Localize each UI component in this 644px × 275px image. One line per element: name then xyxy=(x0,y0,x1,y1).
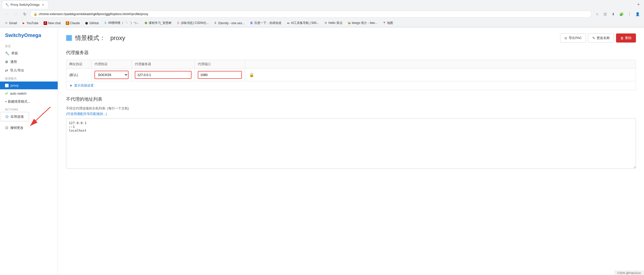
bookmark-claude[interactable]: A Claude xyxy=(64,20,82,26)
sidebar-item-general[interactable]: ⚙ 通用 xyxy=(0,58,58,66)
sidebar-general-label: 通用 xyxy=(10,60,17,64)
revert-changes-label: 撤销更改 xyxy=(10,126,23,130)
apply-options-button[interactable]: ⊙ 应用选项 xyxy=(0,112,29,121)
baidu-favicon: 百 xyxy=(250,21,253,25)
status-text: CSDN @Pelp31sm xyxy=(617,271,641,274)
col-header-proxy-port: 代理端口 xyxy=(195,60,245,68)
new-tab-button[interactable]: + xyxy=(635,1,642,8)
beego-favicon: 🐝 xyxy=(347,21,351,25)
bookmark-map[interactable]: 📍 地图 xyxy=(380,20,395,26)
delete-button[interactable]: 🗑 删除 xyxy=(616,33,636,43)
bookmark-gmail[interactable]: ✉ Gmail xyxy=(3,20,19,26)
address-bar[interactable]: 🔒 chrome-extension://padekgcemlokbadohgk… xyxy=(30,11,592,18)
rename-icon: ✎ xyxy=(592,36,595,40)
bookmark-zhihuishu[interactable]: 🌳 课程学习_智慧树 xyxy=(142,20,174,26)
lock-button[interactable]: 🔒 xyxy=(248,71,255,78)
tab-close-button[interactable]: × xyxy=(41,3,45,7)
bookmark-claude-label: Claude xyxy=(70,21,80,25)
bookmark-beego-label: beego 简介 - bee... xyxy=(352,21,377,25)
active-tab[interactable]: 🔧 Proxy SwitchyOmega × xyxy=(2,1,48,9)
bookmark-new-chat-label: New chat xyxy=(48,21,61,25)
rename-button[interactable]: ✎ 更改名称 xyxy=(588,33,614,43)
download-button[interactable]: ⬇ xyxy=(610,11,617,18)
bookmark-bar: ✉ Gmail ▶ YouTube A New chat A Claude ⬤ … xyxy=(0,19,644,27)
bookmark-csdn[interactable]: C (8条消息) CSDN社... xyxy=(175,20,211,26)
bookmark-hello-algo[interactable]: H Hello 算法 xyxy=(322,20,344,26)
sidebar-item-proxy[interactable]: proxy xyxy=(0,82,58,89)
nav-actions: ☆ ⊡ ⬇ 🧩 ⋮ 👤 xyxy=(594,11,641,18)
profile-mode-section-label: 情景模式 xyxy=(0,75,58,82)
bookmark-bilibili[interactable]: B 哔哩哔哩（゜-゜）つ... xyxy=(102,20,141,26)
bookmark-bilibili-label: 哔哩哔哩（゜-゜）つ... xyxy=(108,21,139,25)
sidebar-item-import-export[interactable]: ⇄ 导入/导出 xyxy=(0,66,58,75)
sidebar-item-auto-switch[interactable]: ⇄ auto switch xyxy=(0,89,58,97)
chevron-down-icon: ▼ xyxy=(69,84,73,88)
proxy-port-input[interactable] xyxy=(198,71,242,79)
actions-wrapper: ⊙ 应用选项 xyxy=(0,112,58,121)
settings-section-label: 设定 xyxy=(0,42,58,49)
show-advanced-row: ▼ 显示高级设置 xyxy=(66,81,636,90)
secure-icon: 🔒 xyxy=(34,12,37,16)
bypass-textarea[interactable]: 127.0.0.1 ::1 localhost xyxy=(66,118,636,169)
page-title-name: proxy xyxy=(110,34,125,41)
tab-search-button[interactable]: ⊡ xyxy=(602,11,609,18)
col-header-actions xyxy=(245,60,255,68)
export-pac-button[interactable]: ⊙ 导出PAC xyxy=(560,33,586,43)
profile-button[interactable]: 👤 xyxy=(634,11,641,18)
export-pac-icon: ⊙ xyxy=(564,36,567,40)
bookmark-ai-tools[interactable]: AI AI工具集导航 | 500... xyxy=(284,20,321,26)
bookmark-github-label: GitHub xyxy=(89,21,99,25)
import-export-icon: ⇄ xyxy=(5,68,8,72)
new-chat-favicon: A xyxy=(44,21,47,25)
zhihuishu-favicon: 🌳 xyxy=(144,21,148,25)
bypass-rules-link[interactable]: (可使用通配符等匹配规则...) xyxy=(66,112,107,116)
forward-button[interactable]: → xyxy=(12,11,19,18)
bookmark-beego[interactable]: 🐝 beego 简介 - bee... xyxy=(345,20,379,26)
bookmark-map-label: 地图 xyxy=(387,21,393,25)
bookmark-youtube[interactable]: ▶ YouTube xyxy=(20,20,40,26)
back-button[interactable]: ← xyxy=(3,11,10,18)
bookmark-hello-algo-label: Hello 算法 xyxy=(329,21,342,25)
refresh-button[interactable]: ↻ xyxy=(21,11,28,18)
col-header-protocol: 网址协议 xyxy=(66,60,91,68)
nav-bar: ← → ↻ 🔒 chrome-extension://padekgcemlokb… xyxy=(0,9,644,19)
menu-button[interactable]: ⋮ xyxy=(626,11,633,18)
show-advanced-link[interactable]: ▼ 显示高级设置 xyxy=(66,81,636,90)
bypass-section-title: 不代理的地址列表 xyxy=(66,96,636,102)
bookmark-new-chat[interactable]: A New chat xyxy=(42,20,63,26)
bookmark-ai-tools-label: AI工具集导航 | 500... xyxy=(291,21,319,25)
claude-favicon: A xyxy=(66,21,69,25)
proxy-lock-cell: 🔒 xyxy=(245,69,255,80)
show-advanced-label: 显示高级设置 xyxy=(74,83,94,88)
delete-icon: 🗑 xyxy=(620,36,624,40)
wrench-icon: 🔧 xyxy=(5,51,9,55)
revert-changes-button[interactable]: ⊙ 撤销更改 xyxy=(0,123,28,132)
bypass-rules-link-text: (可使用通配符等匹配规则...) xyxy=(66,112,107,116)
extension-puzzle-button[interactable]: 🧩 xyxy=(618,11,625,18)
bookmark-baidu[interactable]: 百 百度一下，你就知道 xyxy=(248,20,283,26)
sidebar-item-new-profile[interactable]: + 新建情景模式... xyxy=(0,97,58,106)
bookmark-star-button[interactable]: ☆ xyxy=(594,11,601,18)
protocol-select[interactable]: SOCKS5 SOCKS4 HTTP HTTPS xyxy=(95,71,128,78)
tab-title: Proxy SwitchyOmega xyxy=(11,3,40,7)
tab-bar: 🔧 Proxy SwitchyOmega × + xyxy=(0,0,644,9)
bookmark-gmail-label: Gmail xyxy=(9,21,17,25)
brand-logo[interactable]: SwitchyOmega xyxy=(0,31,58,42)
row-protocol-label: (默认) xyxy=(66,71,91,79)
protocol-select-wrapper: SOCKS5 SOCKS4 HTTP HTTPS xyxy=(94,71,128,79)
page-header-left: 情景模式： proxy xyxy=(66,34,125,42)
proxy-server-input[interactable] xyxy=(135,71,191,79)
bookmark-zhihuishu-label: 课程学习_智慧树 xyxy=(149,21,172,25)
sidebar-item-interface[interactable]: 🔧 界面 xyxy=(0,49,58,58)
main-content: 情景模式： proxy ⊙ 导出PAC ✎ 更改名称 🗑 删除 xyxy=(58,27,644,275)
proxy-server-cell xyxy=(132,69,195,81)
proxy-table-header: 网址协议 代理协议 代理服务器 代理端口 xyxy=(66,60,636,69)
proxy-color-indicator xyxy=(66,35,72,41)
csdn-favicon: C xyxy=(177,21,180,25)
auto-switch-icon: ⇄ xyxy=(5,91,8,95)
export-pac-label: 导出PAC xyxy=(569,36,582,40)
bookmark-eternity[interactable]: E Eternity - one ues... xyxy=(212,20,247,26)
bookmark-github[interactable]: ⬤ GitHub xyxy=(83,20,101,26)
proxy-server-table: 网址协议 代理协议 代理服务器 代理端口 (默认) SOCKS5 SOCKS4 … xyxy=(66,60,636,90)
gmail-favicon: ✉ xyxy=(5,21,8,25)
